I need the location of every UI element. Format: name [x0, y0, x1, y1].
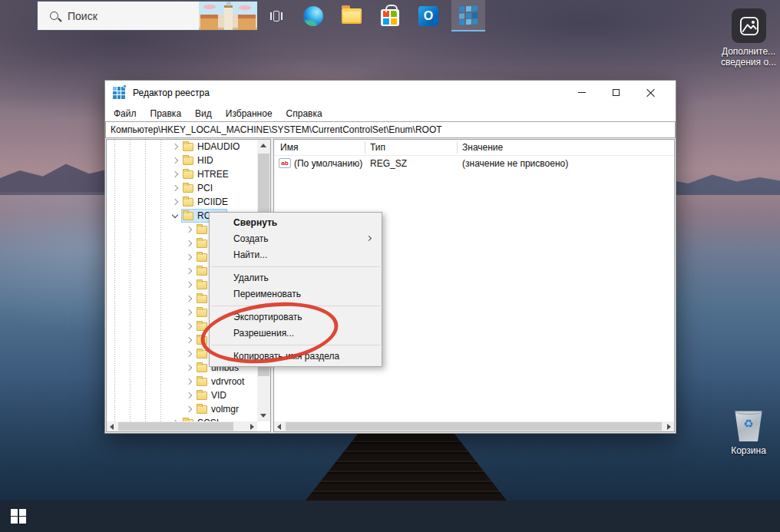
chevron-right-icon[interactable]: [172, 144, 178, 150]
column-header-value[interactable]: Значение: [462, 142, 503, 153]
tree-item-hidden[interactable]: [107, 292, 211, 306]
folder-icon: [183, 198, 193, 207]
tree-item-htree[interactable]: HTREE: [107, 167, 229, 181]
recycle-bin-label[interactable]: Корзина: [718, 445, 779, 456]
menu-item-new[interactable]: Создать: [210, 231, 382, 247]
start-button[interactable]: [0, 501, 37, 532]
file-explorer-icon: [342, 8, 362, 24]
chevron-right-icon[interactable]: [172, 185, 178, 191]
close-button[interactable]: [633, 81, 668, 104]
values-horizontal-scrollbar[interactable]: [274, 421, 674, 431]
scroll-right-icon[interactable]: [250, 424, 254, 430]
outlook-icon: O: [418, 6, 438, 26]
menu-item-collapse[interactable]: Свернуть: [210, 215, 382, 231]
folder-icon: [183, 143, 193, 151]
edge-taskbar-button[interactable]: [296, 0, 330, 31]
store-taskbar-button[interactable]: [373, 0, 407, 31]
menu-edit[interactable]: Правка: [144, 108, 189, 119]
recycle-bin-icon[interactable]: ♻: [728, 405, 769, 441]
microsoft-store-icon: [381, 9, 399, 26]
chevron-right-icon[interactable]: [172, 157, 178, 164]
tree-item-hidden[interactable]: [107, 264, 211, 278]
column-header-name[interactable]: Имя: [280, 142, 298, 153]
chevron-right-icon[interactable]: [186, 378, 192, 385]
tree-item-vdrvroot[interactable]: vdrvroot: [107, 375, 244, 388]
regedit-taskbar-button-active[interactable]: [451, 0, 485, 31]
taskbar-search[interactable]: Поиск: [37, 1, 258, 31]
title-bar[interactable]: Редактор реестра: [105, 81, 676, 105]
tree-item-pci[interactable]: PCI: [107, 181, 213, 195]
tree-item-hidden[interactable]: [107, 306, 211, 319]
tree-item-hidden[interactable]: [107, 236, 211, 250]
folder-icon: [183, 184, 193, 193]
taskbar: [0, 501, 780, 532]
task-view-icon: [270, 10, 283, 22]
tree-item-hidden[interactable]: [107, 333, 211, 347]
column-header-type[interactable]: Тип: [370, 142, 385, 153]
submenu-arrow-icon: [366, 236, 372, 241]
menu-help[interactable]: Справка: [279, 108, 329, 119]
window-title: Редактор реестра: [133, 88, 210, 98]
menu-view[interactable]: Вид: [188, 108, 219, 119]
chevron-right-icon[interactable]: [172, 199, 178, 205]
tree-item-hidden[interactable]: [107, 223, 211, 236]
maximize-icon: [613, 89, 620, 96]
value-row[interactable]: ab (По умолчанию) REG_SZ (значение не пр…: [274, 157, 674, 170]
regedit-app-icon: [113, 87, 125, 99]
scroll-left-icon[interactable]: [277, 424, 281, 430]
folder-icon: [197, 253, 207, 262]
scroll-down-icon[interactable]: [260, 414, 266, 418]
folder-icon: [197, 392, 207, 400]
scrollbar-thumb[interactable]: [118, 422, 233, 431]
file-explorer-taskbar-button[interactable]: [335, 0, 369, 31]
recycle-bin-rim: [734, 408, 763, 415]
folder-icon: [183, 157, 193, 165]
scroll-left-icon[interactable]: [110, 424, 114, 430]
folder-icon: [197, 378, 207, 386]
string-value-icon: ab: [279, 158, 291, 168]
folder-icon: [183, 170, 193, 179]
edge-icon: [303, 6, 323, 26]
folder-icon: [197, 281, 207, 289]
folder-icon: [197, 364, 207, 372]
tree-item-volmgr[interactable]: volmgr: [107, 402, 239, 416]
tree-item-vid[interactable]: VID: [107, 388, 226, 402]
recycle-symbol-icon: ♻: [733, 417, 764, 431]
task-view-button[interactable]: [261, 0, 292, 31]
menu-item-rename[interactable]: Переименовать: [210, 286, 382, 302]
menu-favorites[interactable]: Избранное: [219, 108, 279, 119]
tree-item-hdaudio[interactable]: HDAUDIO: [107, 140, 240, 154]
tree-horizontal-scrollbar[interactable]: [107, 421, 257, 431]
chevron-right-icon[interactable]: [186, 365, 192, 371]
spotlight-label[interactable]: Дополните... сведения о...: [711, 46, 780, 68]
menu-bar: Файл Правка Вид Избранное Справка: [105, 105, 676, 121]
tree-item-hidden[interactable]: [107, 278, 211, 292]
folder-icon: [197, 226, 207, 234]
chevron-right-icon[interactable]: [172, 171, 178, 177]
folder-icon: [183, 212, 193, 220]
tree-item-hid[interactable]: HID: [107, 154, 213, 167]
regedit-icon: [459, 5, 478, 25]
spotlight-info-icon[interactable]: [732, 8, 766, 43]
outlook-taskbar-button[interactable]: O: [411, 0, 445, 31]
scroll-right-icon[interactable]: [667, 424, 671, 430]
menu-item-find[interactable]: Найти...: [210, 247, 382, 263]
menu-item-delete[interactable]: Удалить: [210, 270, 382, 286]
maximize-button[interactable]: [599, 81, 633, 104]
menu-file[interactable]: Файл: [107, 108, 144, 119]
tree-item-hidden[interactable]: [107, 250, 211, 264]
tree-item-pciide[interactable]: PCIIDE: [107, 195, 228, 209]
scrollbar-thumb[interactable]: [286, 422, 662, 431]
minimize-icon: [578, 92, 586, 93]
chevron-down-icon[interactable]: [172, 211, 178, 217]
chevron-right-icon[interactable]: [186, 392, 192, 398]
chevron-right-icon[interactable]: [186, 406, 192, 412]
tree-item-hidden[interactable]: [107, 347, 211, 361]
search-highlight-image[interactable]: [199, 2, 257, 30]
tree-item-hidden[interactable]: [107, 319, 211, 333]
address-bar[interactable]: Компьютер\HKEY_LOCAL_MACHINE\SYSTEM\Curr…: [105, 121, 676, 138]
scroll-up-icon[interactable]: [260, 144, 266, 147]
folder-icon: [197, 267, 207, 276]
tree-item-scsi[interactable]: SCSI: [107, 416, 219, 421]
minimize-button[interactable]: [564, 81, 599, 104]
